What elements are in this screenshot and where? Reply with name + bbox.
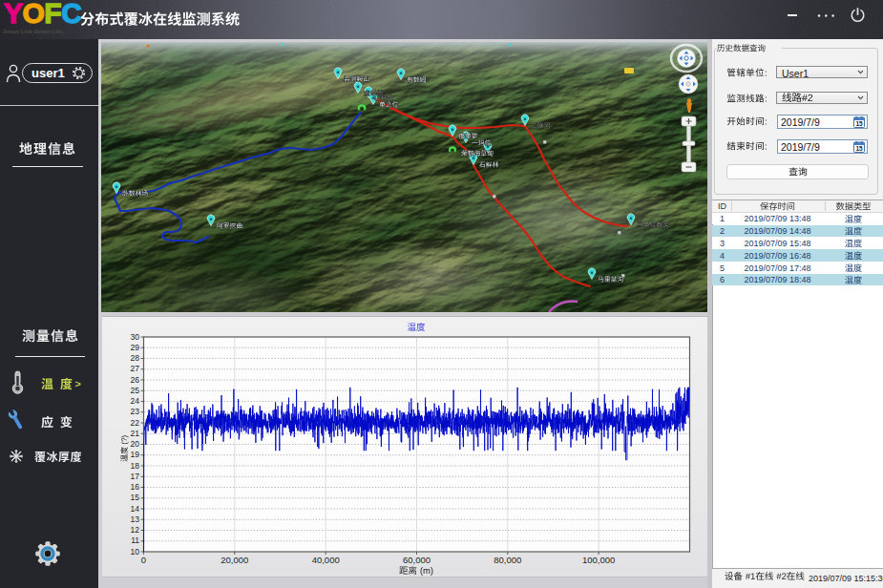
svg-text:15: 15 [855,120,863,127]
svg-text:15: 15 [855,145,863,152]
